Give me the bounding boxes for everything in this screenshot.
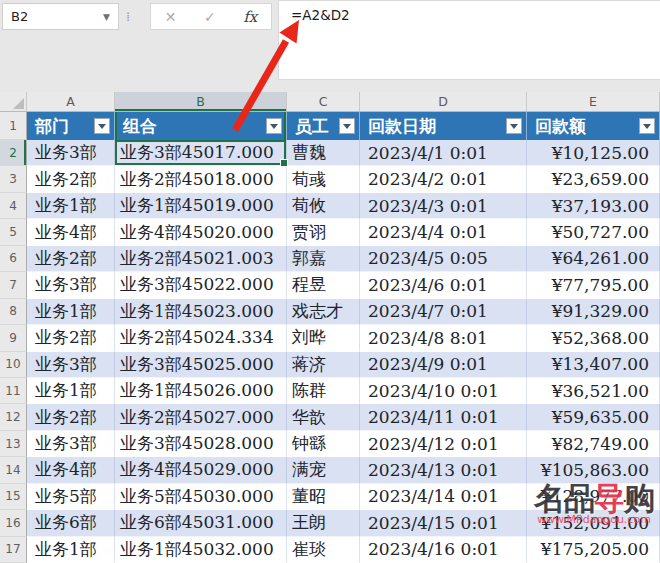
cell-emp[interactable]: 华歆 [287, 404, 360, 430]
cell-emp[interactable]: 荀攸 [287, 193, 360, 219]
insert-function-button[interactable]: fx [243, 8, 257, 26]
cell-emp[interactable]: 蒋济 [287, 352, 360, 378]
header-cell-combo[interactable]: 组合 [115, 112, 287, 140]
header-cell-date[interactable]: 回款日期 [360, 112, 527, 140]
cell-dept[interactable]: 业务2部 [27, 404, 115, 430]
cell-dept[interactable]: 业务1部 [27, 299, 115, 325]
cell-dept[interactable]: 业务4部 [27, 219, 115, 245]
filter-icon[interactable] [339, 118, 355, 134]
cell-combo[interactable]: 业务2部45024.334 [115, 325, 287, 351]
cell-emp[interactable]: 钟繇 [287, 431, 360, 457]
cell-combo[interactable]: 业务3部45022.000 [115, 272, 287, 298]
row-number[interactable]: 10 [0, 352, 27, 378]
cell-emp[interactable]: 郭嘉 [287, 246, 360, 272]
cell-emp[interactable]: 王朗 [287, 510, 360, 536]
cell-combo[interactable]: 业务4部45020.000 [115, 219, 287, 245]
cell-combo[interactable]: 业务1部45019.000 [115, 193, 287, 219]
cell-dept[interactable]: 业务3部 [27, 352, 115, 378]
cell-amount[interactable]: ¥10,125.00 [527, 140, 660, 166]
select-all-corner[interactable] [0, 92, 27, 111]
cell-date[interactable]: 2023/4/14 0:01 [360, 484, 527, 510]
cell-date[interactable]: 2023/4/1 0:01 [360, 140, 527, 166]
cell-combo[interactable]: 业务1部45026.000 [115, 378, 287, 404]
formula-bar[interactable]: =A2&D2 [278, 0, 660, 80]
cell-combo[interactable]: 业务1部45023.000 [115, 299, 287, 325]
header-cell-amount[interactable]: 回款额 [527, 112, 660, 140]
cell-dept[interactable]: 业务2部 [27, 325, 115, 351]
column-header-A[interactable]: A [27, 92, 115, 111]
cell-dept[interactable]: 业务3部 [27, 140, 115, 166]
cell-combo[interactable]: 业务2部45027.000 [115, 404, 287, 430]
cell-date[interactable]: 2023/4/12 0:01 [360, 431, 527, 457]
cell-amount[interactable]: ¥13,407.00 [527, 352, 660, 378]
cell-dept[interactable]: 业务3部 [27, 272, 115, 298]
row-number[interactable]: 11 [0, 378, 27, 404]
filter-icon[interactable] [94, 118, 110, 134]
cell-emp[interactable]: 曹魏 [287, 140, 360, 166]
cell-combo[interactable]: 业务2部45021.003 [115, 246, 287, 272]
filter-icon[interactable] [266, 118, 282, 134]
cell-combo[interactable]: 业务3部45028.000 [115, 431, 287, 457]
cell-amount[interactable]: ¥105,863.00 [527, 457, 660, 483]
cell-amount[interactable]: ¥59,635.00 [527, 404, 660, 430]
cell-date[interactable]: 2023/4/6 0:01 [360, 272, 527, 298]
row-number[interactable]: 13 [0, 431, 27, 457]
cell-amount[interactable]: ¥52,368.00 [527, 325, 660, 351]
cell-amount[interactable]: ¥64,261.00 [527, 246, 660, 272]
column-header-E[interactable]: E [527, 92, 660, 111]
cell-emp[interactable]: 陈群 [287, 378, 360, 404]
cell-dept[interactable]: 业务3部 [27, 431, 115, 457]
cell-emp[interactable]: 董昭 [287, 484, 360, 510]
cell-emp[interactable]: 刘晔 [287, 325, 360, 351]
row-number[interactable]: 2 [0, 140, 27, 166]
cell-emp[interactable]: 满宠 [287, 457, 360, 483]
cell-amount[interactable]: ¥152,091.00 [527, 510, 660, 536]
cell-amount[interactable]: ¥37,193.00 [527, 193, 660, 219]
cell-combo[interactable]: 业务6部45031.000 [115, 510, 287, 536]
cell-date[interactable]: 2023/4/4 0:01 [360, 219, 527, 245]
cell-dept[interactable]: 业务5部 [27, 484, 115, 510]
row-number[interactable]: 3 [0, 166, 27, 192]
cell-date[interactable]: 2023/4/3 0:01 [360, 193, 527, 219]
cell-dept[interactable]: 业务1部 [27, 378, 115, 404]
column-header-B[interactable]: B [115, 92, 287, 111]
cell-amount[interactable]: ¥77,795.00 [527, 272, 660, 298]
cell-combo[interactable]: 业务2部45018.000 [115, 166, 287, 192]
header-cell-dept[interactable]: 部门 [27, 112, 115, 140]
cell-date[interactable]: 2023/4/13 0:01 [360, 457, 527, 483]
row-number[interactable]: 15 [0, 484, 27, 510]
row-number[interactable]: 9 [0, 325, 27, 351]
cell-amount[interactable]: ¥23,659.00 [527, 166, 660, 192]
cell-dept[interactable]: 业务2部 [27, 166, 115, 192]
column-header-D[interactable]: D [360, 92, 527, 111]
row-number[interactable]: 17 [0, 537, 27, 563]
cell-amount[interactable]: ¥50,727.00 [527, 219, 660, 245]
cell-emp[interactable]: 戏志才 [287, 299, 360, 325]
cell-amount[interactable]: ¥91,329.00 [527, 299, 660, 325]
enter-button[interactable]: ✓ [204, 9, 216, 25]
cell-date[interactable]: 2023/4/7 0:01 [360, 299, 527, 325]
cell-dept[interactable]: 业务2部 [27, 246, 115, 272]
cell-date[interactable]: 2023/4/8 8:01 [360, 325, 527, 351]
cell-combo[interactable]: 业务3部45025.000 [115, 352, 287, 378]
cell-dept[interactable]: 业务1部 [27, 537, 115, 563]
filter-icon[interactable] [506, 118, 522, 134]
column-header-C[interactable]: C [287, 92, 360, 111]
row-number[interactable]: 1 [0, 112, 27, 140]
cell-date[interactable]: 2023/4/15 0:01 [360, 510, 527, 536]
row-number[interactable]: 7 [0, 272, 27, 298]
cell-date[interactable]: 2023/4/16 0:01 [360, 537, 527, 563]
row-number[interactable]: 12 [0, 404, 27, 430]
cell-date[interactable]: 2023/4/9 0:01 [360, 352, 527, 378]
cell-date[interactable]: 2023/4/2 0:01 [360, 166, 527, 192]
cell-combo[interactable]: 业务4部45029.000 [115, 457, 287, 483]
cell-amount[interactable]: ¥128,977.00 [527, 484, 660, 510]
cell-amount[interactable]: ¥36,521.00 [527, 378, 660, 404]
row-number[interactable]: 16 [0, 510, 27, 536]
cell-date[interactable]: 2023/4/5 0:05 [360, 246, 527, 272]
cell-date[interactable]: 2023/4/11 0:01 [360, 404, 527, 430]
cell-amount[interactable]: ¥175,205.00 [527, 537, 660, 563]
name-box[interactable]: B2 ▼ [2, 3, 119, 30]
cell-dept[interactable]: 业务4部 [27, 457, 115, 483]
name-box-dropdown-icon[interactable]: ▼ [103, 12, 110, 22]
